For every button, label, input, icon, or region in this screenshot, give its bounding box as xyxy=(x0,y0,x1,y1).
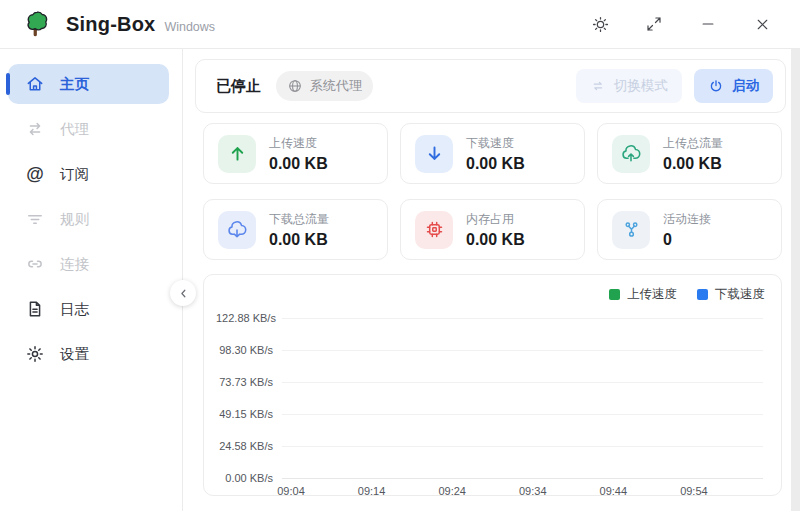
start-button[interactable]: 启动 xyxy=(694,69,773,103)
chart-gridline: 0.00 KB/s xyxy=(216,472,763,484)
fullscreen-expand-icon[interactable] xyxy=(644,14,664,34)
sidebar-item-connections[interactable]: 连接 xyxy=(8,244,169,284)
switch-mode-button[interactable]: 切换模式 xyxy=(576,69,682,103)
sidebar-item-proxy[interactable]: 代理 xyxy=(8,109,169,149)
cloud-down-icon xyxy=(218,211,256,249)
stat-card-upload-total: 上传总流量 0.00 KB xyxy=(597,123,782,184)
sidebar-item-label: 日志 xyxy=(60,300,89,319)
sidebar-item-home[interactable]: 主页 xyxy=(8,64,169,104)
stat-card-upload-speed: 上传速度 0.00 KB xyxy=(203,123,388,184)
home-icon xyxy=(25,74,45,94)
chart-gridline: 98.30 KB/s xyxy=(216,344,763,356)
x-tick-label: 09:04 xyxy=(277,485,305,497)
titlebar: Sing-Box Windows xyxy=(0,0,800,49)
cloud-up-icon xyxy=(612,135,650,173)
active-indicator xyxy=(6,73,10,95)
traffic-chart-card: 上传速度 下载速度 122.88 KB/s98.30 KB/s73.73 KB/… xyxy=(203,274,782,496)
chart-xaxis: 09:0409:1409:2409:3409:4409:54 xyxy=(291,485,765,505)
sidebar: 主页 代理 @ 订阅 规则 xyxy=(0,49,183,511)
stats-grid: 上传速度 0.00 KB 下载速度 0.00 KB xyxy=(203,123,782,260)
y-tick-label: 0.00 KB/s xyxy=(216,472,282,484)
y-tick-label: 73.73 KB/s xyxy=(216,376,282,388)
x-tick-label: 09:14 xyxy=(358,485,386,497)
sidebar-item-label: 主页 xyxy=(60,75,89,94)
stat-card-download-total: 下载总流量 0.00 KB xyxy=(203,199,388,260)
gridline xyxy=(282,382,763,383)
sidebar-item-rules[interactable]: 规则 xyxy=(8,199,169,239)
swap-arrows-icon xyxy=(25,119,45,139)
system-proxy-label: 系统代理 xyxy=(310,77,362,95)
cpu-icon xyxy=(415,211,453,249)
x-tick-label: 09:44 xyxy=(600,485,628,497)
system-proxy-badge[interactable]: 系统代理 xyxy=(276,71,373,101)
at-sign-icon: @ xyxy=(25,164,45,184)
sidebar-item-label: 连接 xyxy=(60,255,89,274)
x-tick-label: 09:54 xyxy=(680,485,708,497)
sidebar-collapse-button[interactable] xyxy=(170,280,196,306)
sidebar-item-subscription[interactable]: @ 订阅 xyxy=(8,154,169,194)
sidebar-item-label: 代理 xyxy=(60,120,89,139)
minimize-icon[interactable] xyxy=(698,14,718,34)
arrow-down-icon xyxy=(415,135,453,173)
service-status: 已停止 xyxy=(216,77,261,96)
sidebar-item-logs[interactable]: 日志 xyxy=(8,289,169,329)
legend-upload: 上传速度 xyxy=(609,286,677,303)
swap-icon xyxy=(590,78,606,94)
gridline xyxy=(282,478,763,479)
y-tick-label: 24.58 KB/s xyxy=(216,440,282,452)
sidebar-item-label: 设置 xyxy=(60,345,89,364)
sidebar-item-label: 订阅 xyxy=(60,165,89,184)
gridline xyxy=(282,414,763,415)
gridline xyxy=(282,318,763,319)
network-icon xyxy=(612,211,650,249)
main-content: 已停止 系统代理 切换模式 启动 xyxy=(183,49,800,511)
theme-toggle-sun-icon[interactable] xyxy=(590,14,610,34)
y-tick-label: 49.15 KB/s xyxy=(216,408,282,420)
stat-card-active-connections: 活动连接 0 xyxy=(597,199,782,260)
gear-icon xyxy=(25,344,45,364)
vertical-scrollbar[interactable] xyxy=(791,49,800,511)
gridline xyxy=(282,350,763,351)
app-platform-label: Windows xyxy=(164,14,215,34)
close-icon[interactable] xyxy=(752,14,772,34)
globe-icon xyxy=(287,78,303,94)
app-logo-tree-icon xyxy=(22,9,52,39)
filter-lines-icon xyxy=(25,209,45,229)
chart-legend: 上传速度 下载速度 xyxy=(216,286,765,302)
sidebar-item-settings[interactable]: 设置 xyxy=(8,334,169,374)
chart-gridline: 49.15 KB/s xyxy=(216,408,763,420)
status-header-card: 已停止 系统代理 切换模式 启动 xyxy=(195,59,786,113)
y-tick-label: 122.88 KB/s xyxy=(216,312,282,324)
link-icon xyxy=(25,254,45,274)
stat-card-download-speed: 下载速度 0.00 KB xyxy=(400,123,585,184)
sidebar-item-label: 规则 xyxy=(60,210,89,229)
x-tick-label: 09:34 xyxy=(519,485,547,497)
chart-gridline: 24.58 KB/s xyxy=(216,440,763,452)
chart-gridline: 122.88 KB/s xyxy=(216,312,763,324)
arrow-up-icon xyxy=(218,135,256,173)
gridline xyxy=(282,446,763,447)
chart-plot-area: 122.88 KB/s98.30 KB/s73.73 KB/s49.15 KB/… xyxy=(216,318,765,478)
x-tick-label: 09:24 xyxy=(438,485,466,497)
legend-download-swatch xyxy=(697,289,708,300)
stat-card-memory: 内存占用 0.00 KB xyxy=(400,199,585,260)
app-body: 主页 代理 @ 订阅 规则 xyxy=(0,49,800,511)
legend-upload-swatch xyxy=(609,289,620,300)
document-icon xyxy=(25,299,45,319)
chart-gridline: 73.73 KB/s xyxy=(216,376,763,388)
y-tick-label: 98.30 KB/s xyxy=(216,344,282,356)
power-icon xyxy=(708,78,724,94)
app-title: Sing-Box xyxy=(66,13,155,36)
legend-download: 下载速度 xyxy=(697,286,765,303)
window-controls xyxy=(590,14,772,34)
